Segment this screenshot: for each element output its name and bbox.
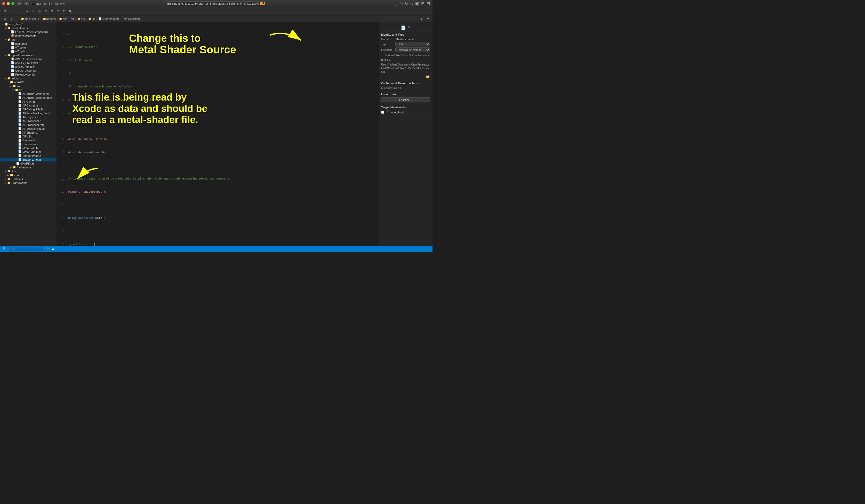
folder-icon-core: 📁 [10,173,13,177]
reveal-in-finder-icon[interactable]: 📂 [426,75,430,79]
sidebar-item-arprocessor-h[interactable]: 📄 ARProcessor.h [0,119,57,123]
close-button[interactable] [2,2,5,5]
find-icon[interactable]: 🔍 [68,9,73,14]
sidebar-item-core[interactable]: ▶ 📁 core [0,173,57,177]
file-icon-shaders-metal: 📄 [18,158,22,161]
file-nav-icon[interactable]: ⊞ [2,16,7,21]
line-3: 3// testeroish [57,58,378,63]
expand-arrow-addons: ▼ [4,77,7,80]
sidebar-item-aranchormanager-h[interactable]: 📄 ARAnchorManager.h [0,92,57,96]
sidebar-item-metalcam-mm[interactable]: 📄 MetalCam.mm [0,150,57,154]
code-review-icon[interactable]: {} [395,2,398,6]
identity-type-section: Identity and Type Name Shaders.metal Typ… [379,32,432,80]
line-10: 10#include <simd/simd.h> [57,150,378,155]
stop-button[interactable]: ■ [24,2,29,5]
settings-icon[interactable]: ⚙ [51,247,55,251]
sidebar-item-arutils-h[interactable]: 📄 ARUtils.h [0,134,57,138]
sidebar-item-aranchormanager-mm[interactable]: 📄 ARAnchorManager.mm [0,96,57,99]
sidebar-item-arsessionsetup-h[interactable]: 📄 ARSessionSetup.h [0,127,57,130]
navigator-toggle-icon[interactable]: ⇆ [410,2,413,6]
expand-arrow-src2: ▼ [9,85,12,87]
sidebar-item-frameworks[interactable]: ▶ 📁 frameworks [0,165,57,169]
type-select[interactable]: Data Metal Shader Source Source code [395,42,430,46]
run-button[interactable]: ▶ [17,2,22,5]
sidebar-item-camera-h[interactable]: 📄 Camera.h [0,138,57,142]
sidebar-item-frameworks-top[interactable]: ▶ 📁 Frameworks [0,181,57,185]
breadcrumb-item-project[interactable]: 📁 arkit_test_1 [20,17,40,21]
target-checkbox[interactable] [381,111,384,114]
breadcrumb-item-file[interactable]: 📄 Shaders.metal [97,17,121,21]
minimize-button[interactable] [7,2,10,5]
grid-icon[interactable]: ⊞ [62,9,67,14]
location-select[interactable]: Relative to Project Absolute Path [395,47,430,52]
environment-icon[interactable]: ⊞ [49,9,55,14]
sidebar-item-ofapp-mm[interactable]: 📄 ofApp.mm [0,45,57,49]
sidebar-item-ofxarkit[interactable]: ▼ 📁 ofxARKit [0,80,57,84]
sidebar-item-arshaders-h[interactable]: 📄 ARShaders.h [0,130,57,134]
folder-icon-ofxarkit: 📁 [10,81,13,84]
breadcrumb-item-addons[interactable]: 📁 addons [42,17,57,21]
line-16: 16 [57,229,378,234]
sidebar-item-arcam-mm[interactable]: 📄 ARCam.mm [0,103,57,107]
sidebar-item-metalcam-h[interactable]: 📄 MetalCam.h [0,146,57,150]
sidebar-item-main[interactable]: 📄 main.mm [0,42,57,45]
breadcrumb-item-src[interactable]: 📁 src [77,17,86,21]
sidebar-item-arcam-h[interactable]: 📄 ARCam.h [0,99,57,103]
breakpoint-icon[interactable]: ◈ [24,9,30,14]
memory-icon[interactable]: ⊡ [43,9,48,14]
file-info-icon[interactable]: 📄 [401,25,406,30]
breadcrumb-forward[interactable]: › [14,16,20,21]
sidebar-item-lib[interactable]: ▼ 📁 lib [0,88,57,92]
back-icon[interactable]: ‹ [8,9,13,14]
build-phases-icon[interactable]: ⊟ [56,9,61,14]
refresh-icon[interactable]: ↻ [405,2,408,6]
warning-icon[interactable]: ⚠ [31,9,36,14]
editor-toggle-icon[interactable]: ⊟ [400,2,403,6]
sidebar-item-iosplusoflib[interactable]: 📋 iOS+OFLib.xcodeproj [0,57,57,61]
sidebar-item-src2[interactable]: ▼ 📁 src [0,84,57,88]
sidebar-item-shadertypes-h[interactable]: 📄 ShaderTypes.h [0,154,57,157]
sidebar-item-products[interactable]: ▶ 📁 Products [0,177,57,181]
sidebar-item-launchscreen[interactable]: 📄 LaunchScreen.storyboard [0,30,57,34]
forward-icon[interactable]: › [14,9,20,14]
question-icon[interactable]: ? [408,25,410,30]
sidebar-item-shaders-metal[interactable]: 📄 Shaders.metal [0,157,57,162]
sidebar-item-images[interactable]: 📦 Images.xcassets [0,34,57,38]
sidebar-item-mediaassets[interactable]: ▼ 📁 mediaAssets [0,26,57,30]
navigator-show-icon[interactable]: ⊞ [2,9,7,14]
layout-icon-3[interactable]: ⊟ [427,1,430,6]
sidebar-item-projectxcconfig[interactable]: 📄 Project.xcconfig [0,72,57,77]
breadcrumb-back[interactable]: ‹ [9,16,14,21]
sidebar-item-arfacetracking-h[interactable]: 📄 ARFaceTrackingBool.h [0,111,57,115]
sidebar-item-coreofxcconfig[interactable]: 📄 CoreOF.xcconfig [0,69,57,72]
sidebar-item-openframeworks[interactable]: ▼ 📁 openFrameworks [0,53,57,57]
maximize-button[interactable] [11,2,14,5]
sidebar-item-camera-mm[interactable]: 📄 Camera.mm [0,142,57,146]
sidebar-item-infoplist[interactable]: 📄 ofxiOS-Info.plist [0,65,57,69]
sidebar-item-ardebugutils-h[interactable]: 📄 ARDebugUtils.h [0,107,57,111]
code-editor[interactable]: 1// 2// Shaders.metal 3// testeroish 4//… [57,22,378,246]
breadcrumb-item-ofxarkit[interactable]: 📁 ofxARKit [58,17,74,21]
line-4: 4// [57,71,378,76]
layout-icon-1[interactable]: ▣ [415,1,419,6]
sidebar-item-libs[interactable]: ▼ 📁 libs [0,169,57,173]
layout-icon-2[interactable]: ⊞ [421,1,425,6]
prev-issue-icon[interactable]: ▲ [419,16,424,21]
localize-button[interactable]: Localize... [381,97,430,102]
filter-input[interactable] [9,247,45,251]
breadcrumb-item-selection[interactable]: No Selection [123,17,140,21]
sidebar-item-ofapp-h[interactable]: 📄 ofApp.h [0,49,57,53]
test-icon[interactable]: ◎ [37,9,42,14]
file-icon-camera-h: 📄 [18,139,22,142]
storyboard-icon: 📄 [11,30,14,34]
sidebar-item-prefix[interactable]: 📄 ofxiOS_Prefix.pch [0,61,57,65]
sidebar-item-arobjects-h[interactable]: 📄 ARObjects.h [0,115,57,119]
sidebar-item-addons[interactable]: ▼ 📁 addons [0,77,57,80]
sidebar-item-arprocessor-mm[interactable]: 📄 ARProcessor.mm [0,123,57,127]
sidebar-item-ofxarkit-h[interactable]: 📄 ofxARKit.h [0,162,57,165]
sidebar-item-src[interactable]: ▼ 📁 src [0,38,57,42]
next-issue-icon[interactable]: ▼ [425,16,430,21]
file-icon-ardebugutils-h: 📄 [18,107,22,111]
sidebar-item-project[interactable]: ▼ 📋 arkit_test_1 [0,22,57,26]
breadcrumb-item-lib[interactable]: 📁 lib [88,17,95,21]
